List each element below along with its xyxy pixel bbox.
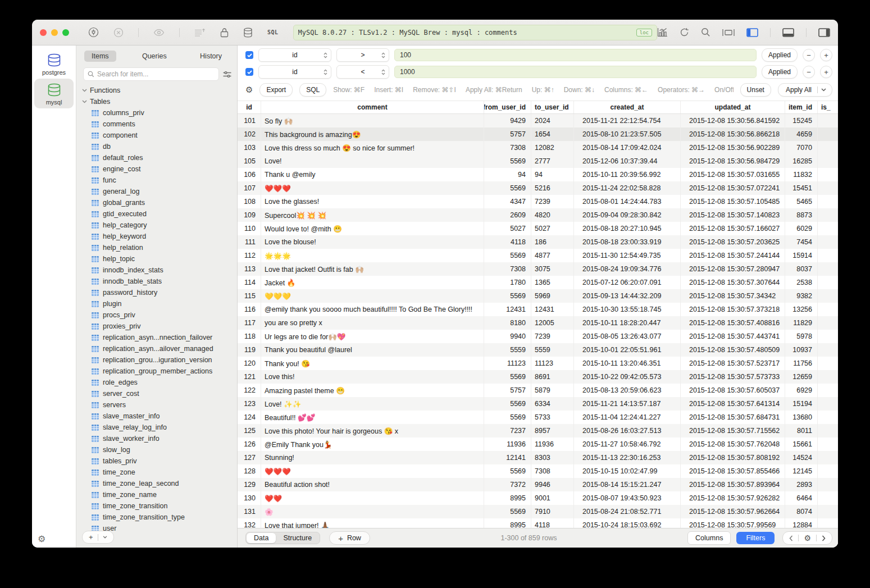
cell-is_[interactable] <box>818 262 838 276</box>
cell-updated_at[interactable]: 2015-12-08 15:30:57.605037 <box>681 384 785 397</box>
cell-is_[interactable] <box>818 181 838 195</box>
cell-updated_at[interactable]: 2015-12-08 15:30:56.984729 <box>681 154 785 168</box>
tab-items[interactable]: Items <box>84 51 116 62</box>
cell-from_user_id[interactable]: 12141 <box>484 451 531 464</box>
table-row[interactable]: 121Love this!556986912015-10-22 09:42:05… <box>238 370 838 384</box>
sidebar-table-item[interactable]: component <box>76 130 237 141</box>
table-row[interactable]: 124Beautiful!! 💕💕556957332015-11-04 12:2… <box>238 411 838 424</box>
cell-to_user_id[interactable]: 12005 <box>531 316 574 330</box>
sidebar-table-item[interactable]: replication_group_member_actions <box>76 366 237 377</box>
cell-id[interactable]: 130 <box>238 491 261 505</box>
cell-comment[interactable]: ❤️❤️ <box>261 491 484 505</box>
cell-to_user_id[interactable]: 5559 <box>531 343 574 357</box>
cell-updated_at[interactable]: 2015-12-08 15:30:57.962664 <box>681 505 785 518</box>
filter-operator-select[interactable]: > <box>336 48 389 62</box>
table-row[interactable]: 101So fly 🙌🏼942920242015-11-21 22:12:54.… <box>238 114 838 127</box>
cell-from_user_id[interactable]: 5569 <box>484 289 531 303</box>
sql-editor-icon[interactable]: SQL <box>267 29 279 35</box>
prev-page-button[interactable] <box>784 535 798 541</box>
tab-queries[interactable]: Queries <box>135 51 174 62</box>
cell-is_[interactable] <box>818 249 838 262</box>
cell-from_user_id[interactable]: 11123 <box>484 357 531 370</box>
table-row[interactable]: 111Love the blouse!41181862015-08-18 23:… <box>238 235 838 249</box>
sidebar-table-item[interactable]: time_zone <box>76 467 237 478</box>
sidebar-table-item[interactable]: time_zone_leap_second <box>76 478 237 489</box>
cell-item_id[interactable]: 6029 <box>785 222 818 235</box>
sidebar-table-item[interactable]: servers <box>76 399 237 411</box>
cell-created_at[interactable]: 2015-09-04 09:28:30.842 <box>574 208 681 222</box>
cell-id[interactable]: 120 <box>238 357 261 370</box>
cell-updated_at[interactable]: 2015-12-08 15:30:57.99569 <box>681 518 785 528</box>
cell-from_user_id[interactable]: 7237 <box>484 424 531 437</box>
cell-is_[interactable] <box>818 303 838 316</box>
sidebar-table-item[interactable]: global_grants <box>76 197 237 208</box>
cell-id[interactable]: 101 <box>238 114 261 127</box>
tables-group[interactable]: Tables <box>76 96 237 107</box>
cell-to_user_id[interactable]: 12431 <box>531 303 574 316</box>
cell-updated_at[interactable]: 2015-12-08 15:30:57.893964 <box>681 478 785 491</box>
cell-updated_at[interactable]: 2015-12-08 15:30:57.140823 <box>681 208 785 222</box>
cell-updated_at[interactable]: 2015-12-08 15:30:57.523717 <box>681 357 785 370</box>
cell-comment[interactable]: ❤️❤️❤️ <box>261 181 484 195</box>
cell-from_user_id[interactable]: 5559 <box>484 343 531 357</box>
sidebar-table-item[interactable]: replication_asyn...ailover_managed <box>76 343 237 354</box>
connection-address-bar[interactable]: MySQL 8.0.27 : TLSv1.2 : MySQL Brew : my… <box>293 25 657 40</box>
cell-created_at[interactable]: 2015-08-14 17:09:42.024 <box>574 141 681 154</box>
cell-created_at[interactable]: 2015-08-10 21:23:57.505 <box>574 127 681 141</box>
cell-comment[interactable]: Amazing pastel theme 😁 <box>261 384 484 397</box>
cell-updated_at[interactable]: 2015-12-08 15:30:57.373218 <box>681 303 785 316</box>
sidebar-table-item[interactable]: func <box>76 175 237 186</box>
cell-item_id[interactable]: 9382 <box>785 289 818 303</box>
cell-to_user_id[interactable]: 94 <box>531 168 574 181</box>
toggle-left-panel-icon[interactable] <box>746 28 758 37</box>
cell-updated_at[interactable]: 2015-12-08 15:30:56.841592 <box>681 114 785 127</box>
cell-id[interactable]: 122 <box>238 384 261 397</box>
cell-created_at[interactable]: 2015-08-05 13:26:43.077 <box>574 330 681 343</box>
cell-is_[interactable] <box>818 195 838 208</box>
cell-id[interactable]: 107 <box>238 181 261 195</box>
lock-icon[interactable] <box>220 28 229 38</box>
connect-icon[interactable] <box>88 27 99 38</box>
cell-created_at[interactable]: 2015-10-24 18:15:03.692 <box>574 518 681 528</box>
cell-is_[interactable] <box>818 168 838 181</box>
cell-created_at[interactable]: 2015-08-24 21:08:52.771 <box>574 505 681 518</box>
cell-created_at[interactable]: 2015-10-15 10:02:47.99 <box>574 464 681 478</box>
sidebar-table-item[interactable]: engine_cost <box>76 163 237 175</box>
cell-comment[interactable]: Thank u @emily <box>261 168 484 181</box>
cell-id[interactable]: 121 <box>238 370 261 384</box>
cell-id[interactable]: 125 <box>238 424 261 437</box>
table-row[interactable]: 112🌟🌟🌟556948772015-11-30 12:54:49.735201… <box>238 249 838 262</box>
filter-enabled-checkbox[interactable] <box>245 68 253 76</box>
cell-item_id[interactable]: 15914 <box>785 249 818 262</box>
filters-button[interactable]: Filters <box>736 532 775 544</box>
cell-comment[interactable]: Ur legs are to die for🙌🏼💖 <box>261 330 484 343</box>
cell-item_id[interactable]: 8011 <box>785 424 818 437</box>
remove-filter-button[interactable]: − <box>803 66 815 78</box>
cell-item_id[interactable]: 12145 <box>785 464 818 478</box>
cell-updated_at[interactable]: 2015-12-08 15:30:57.34342 <box>681 289 785 303</box>
sidebar-table-item[interactable]: time_zone_name <box>76 489 237 500</box>
cell-is_[interactable] <box>818 397 838 411</box>
cell-item_id[interactable]: 5465 <box>785 195 818 208</box>
cell-created_at[interactable]: 2015-10-01 22:05:51.961 <box>574 343 681 357</box>
cell-created_at[interactable]: 2015-07-12 06:20:07.091 <box>574 276 681 289</box>
filter-applied-button[interactable]: Applied <box>762 65 798 79</box>
table-row[interactable]: 117you are so pretty x8180120052015-10-1… <box>238 316 838 330</box>
cell-is_[interactable] <box>818 411 838 424</box>
cell-to_user_id[interactable]: 9946 <box>531 478 574 491</box>
sidebar-table-item[interactable]: slow_log <box>76 444 237 455</box>
functions-group[interactable]: Functions <box>76 85 237 96</box>
cell-created_at[interactable]: 2015-11-27 10:58:46.792 <box>574 437 681 451</box>
cell-is_[interactable] <box>818 222 838 235</box>
cell-id[interactable]: 129 <box>238 478 261 491</box>
cell-comment[interactable]: you are so pretty x <box>261 316 484 330</box>
sidebar-table-item[interactable]: password_history <box>76 287 237 298</box>
column-header-comment[interactable]: comment <box>261 101 484 113</box>
cell-id[interactable]: 113 <box>238 262 261 276</box>
cell-created_at[interactable]: 2015-10-11 20:39:56.992 <box>574 168 681 181</box>
cell-to_user_id[interactable]: 7910 <box>531 505 574 518</box>
cell-to_user_id[interactable]: 4118 <box>531 518 574 528</box>
cell-item_id[interactable]: 8074 <box>785 505 818 518</box>
cell-is_[interactable] <box>818 127 838 141</box>
cell-id[interactable]: 109 <box>238 208 261 222</box>
